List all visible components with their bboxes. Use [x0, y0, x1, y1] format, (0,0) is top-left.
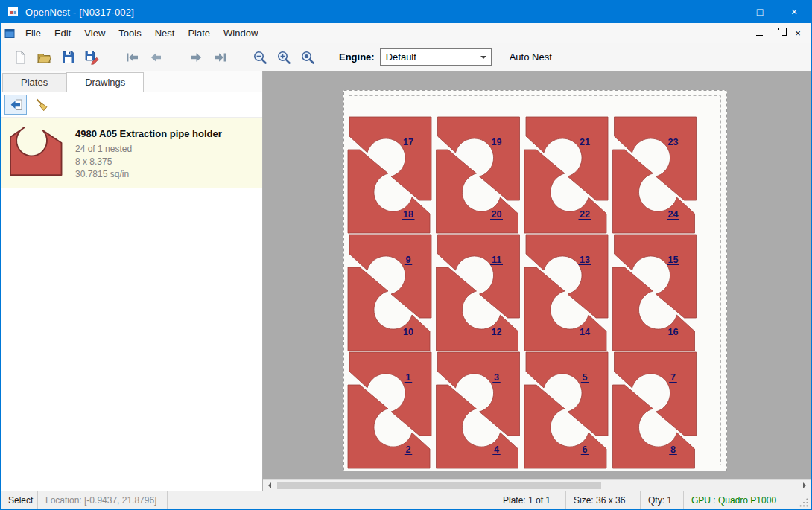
status-gpu: GPU : Quadro P1000 — [683, 491, 796, 509]
zoom-in-icon — [276, 50, 291, 65]
drawings-toolbar — [1, 92, 262, 118]
part-number-15: 15 — [668, 255, 679, 265]
part-number-12: 12 — [492, 327, 502, 337]
status-plate: Plate: 1 of 1 — [495, 491, 565, 509]
save-icon — [61, 50, 75, 64]
mdi-minimize-button[interactable] — [752, 27, 767, 40]
last-arrow-icon — [213, 51, 227, 64]
restore-icon — [775, 30, 782, 36]
part-number-18: 18 — [403, 209, 413, 220]
part-number-21: 21 — [580, 137, 590, 147]
drawing-list-item[interactable]: 4980 A05 Extraction pipe holder 24 of 1 … — [1, 118, 262, 188]
menu-edit[interactable]: Edit — [48, 23, 77, 43]
content-area: Plates Drawings — [1, 71, 811, 491]
part-number-10: 10 — [403, 327, 413, 337]
scroll-left-button[interactable] — [263, 480, 276, 491]
part-number-24: 24 — [668, 209, 679, 220]
part-number-2: 2 — [406, 444, 411, 455]
title-bar: OpenNest - [N0317-002] – □ × — [1, 1, 811, 23]
minimize-button[interactable]: – — [708, 1, 743, 23]
zoom-fit-button[interactable] — [296, 46, 320, 68]
save-as-button[interactable] — [80, 46, 104, 68]
import-arrow-icon — [9, 98, 23, 112]
first-plate-button[interactable] — [120, 46, 144, 68]
window-title: OpenNest - [N0317-002] — [25, 7, 134, 18]
zoom-out-icon — [253, 50, 267, 65]
part-number-9: 9 — [406, 255, 411, 265]
mdi-close-button[interactable]: × — [790, 27, 805, 40]
maximize-button[interactable]: □ — [743, 1, 777, 23]
menu-bar: File Edit View Tools Nest Plate Window × — [1, 23, 811, 43]
part-number-19: 19 — [492, 137, 502, 147]
previous-plate-button[interactable] — [144, 46, 168, 68]
open-button[interactable] — [32, 46, 56, 68]
engine-select[interactable]: Default — [380, 48, 492, 66]
drawing-size: 8 x 8.375 — [75, 156, 222, 167]
part-number-16: 16 — [668, 327, 679, 337]
part-number-20: 20 — [492, 209, 502, 220]
next-plate-button[interactable] — [184, 46, 208, 68]
first-arrow-icon — [125, 51, 139, 64]
arrow-left-icon — [265, 482, 271, 488]
resize-grip[interactable] — [796, 491, 811, 509]
part-number-7: 7 — [670, 372, 676, 383]
part-number-23: 23 — [668, 137, 679, 147]
part-number-4: 4 — [494, 444, 499, 455]
status-size: Size: 36 x 36 — [565, 491, 640, 509]
clear-drawings-button[interactable] — [31, 95, 53, 115]
grip-dots-icon — [799, 497, 809, 508]
menu-view[interactable]: View — [77, 23, 112, 43]
close-button[interactable]: × — [777, 1, 811, 23]
document-icon — [4, 28, 16, 39]
part-number-13: 13 — [580, 255, 590, 265]
previous-arrow-icon — [149, 51, 163, 64]
part-number-8: 8 — [670, 444, 676, 455]
next-arrow-icon — [189, 51, 203, 64]
arrow-right-icon — [803, 482, 809, 488]
status-mode: Select — [1, 491, 38, 509]
nest-canvas[interactable]: 171819202122232491011121314151612345678 — [263, 71, 811, 491]
save-button[interactable] — [56, 46, 80, 68]
save-edit-icon — [84, 50, 99, 65]
app-icon — [7, 6, 19, 18]
new-button[interactable] — [8, 46, 32, 68]
menu-tools[interactable]: Tools — [112, 23, 148, 43]
plate: 171819202122232491011121314151612345678 — [343, 90, 727, 474]
scroll-right-button[interactable] — [799, 480, 811, 491]
menu-nest[interactable]: Nest — [148, 23, 182, 43]
last-plate-button[interactable] — [208, 46, 232, 68]
new-document-icon — [13, 50, 28, 65]
part-number-5: 5 — [583, 372, 588, 383]
menu-file[interactable]: File — [19, 23, 48, 43]
menu-window[interactable]: Window — [217, 23, 264, 43]
zoom-fit-icon — [300, 50, 315, 65]
horizontal-scrollbar[interactable] — [263, 479, 811, 491]
part-number-3: 3 — [494, 372, 499, 383]
part-thumbnail — [7, 125, 66, 177]
open-folder-icon — [37, 51, 51, 64]
main-toolbar: Engine: Default Auto Nest — [1, 43, 811, 71]
import-drawing-button[interactable] — [4, 95, 27, 115]
part-number-6: 6 — [583, 444, 588, 455]
left-panel: Plates Drawings — [1, 71, 263, 491]
drawing-area: 30.7815 sq/in — [75, 169, 222, 179]
status-qty: Qty: 1 — [640, 491, 683, 509]
mdi-restore-button[interactable] — [771, 27, 786, 40]
mdi-document-icon[interactable] — [1, 23, 19, 43]
part-number-17: 17 — [403, 137, 413, 147]
zoom-in-button[interactable] — [272, 46, 296, 68]
zoom-out-button[interactable] — [248, 46, 272, 68]
auto-nest-button[interactable]: Auto Nest — [510, 51, 552, 63]
menu-plate[interactable]: Plate — [181, 23, 217, 43]
tab-drawings[interactable]: Drawings — [66, 72, 144, 92]
engine-selected-value: Default — [386, 51, 416, 63]
drawing-nested-count: 24 of 1 nested — [75, 144, 222, 154]
app-window: OpenNest - [N0317-002] – □ × File Edit V… — [0, 0, 812, 510]
part-number-14: 14 — [580, 327, 590, 337]
tab-plates[interactable]: Plates — [2, 73, 66, 92]
scrollbar-track[interactable] — [276, 480, 799, 491]
scrollbar-thumb[interactable] — [277, 482, 601, 489]
close-icon: × — [795, 28, 801, 38]
part-number-11: 11 — [492, 255, 501, 265]
engine-label: Engine: — [339, 51, 375, 63]
